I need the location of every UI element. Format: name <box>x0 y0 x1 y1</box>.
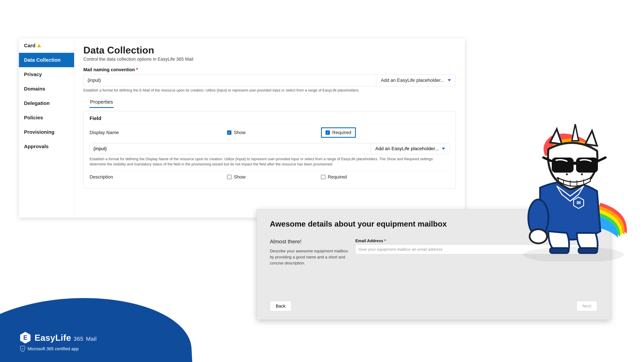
sidebar-item-label: Provisioning <box>24 129 54 135</box>
prop-row-display-name: Display Name ✓ Show ✓ Required <box>90 124 450 141</box>
svg-rect-4 <box>550 248 568 253</box>
description-required-checkbox[interactable] <box>321 175 325 179</box>
svg-point-13 <box>566 173 568 175</box>
sidebar-item-label: Approvals <box>24 144 49 149</box>
properties-card: Field Display Name ✓ Show ✓ Required Add… <box>83 111 456 189</box>
sidebar-item-policies[interactable]: Policies <box>19 110 74 125</box>
sidebar-item-approvals[interactable]: Approvals <box>19 139 74 154</box>
sidebar-item-data-collection[interactable]: Data Collection <box>19 53 74 67</box>
sidebar-item-card[interactable]: Card <box>19 38 74 53</box>
page-title: Data Collection <box>83 44 456 56</box>
back-button[interactable]: Back <box>270 301 291 311</box>
props-tabs: Properties <box>90 97 456 108</box>
admin-panel: Card Data Collection Privacy Domains Del… <box>19 38 465 218</box>
brand-hex-logo-icon: E <box>20 332 30 344</box>
display-name-required-highlight: ✓ Required <box>321 127 356 138</box>
props-header: Field <box>90 115 450 124</box>
brand-block: E EasyLife 365 Mail ✓ Microsoft 365 cert… <box>20 332 96 352</box>
sidebar-item-provisioning[interactable]: Provisioning <box>19 125 74 139</box>
sidebar-item-label: Card <box>24 43 36 48</box>
mail-naming-input[interactable] <box>84 75 376 86</box>
display-name-placeholder-dropdown[interactable]: Add an EasyLife placeholder... <box>371 143 450 154</box>
wizard-footer: Back Next <box>270 301 597 311</box>
chevron-down-icon <box>448 79 451 81</box>
unicorn-mascot-icon: ✉ <box>506 124 634 261</box>
mail-naming-input-row: Add an EasyLife placeholder... <box>83 74 456 86</box>
settings-main: Data Collection Control the data collect… <box>74 38 465 218</box>
prop-label: Description <box>90 174 227 180</box>
shield-check-icon: ✓ <box>20 346 25 352</box>
prop-label: Display Name <box>90 130 227 135</box>
sidebar-item-label: Data Collection <box>24 57 60 63</box>
sidebar-item-label: Policies <box>24 115 43 120</box>
svg-rect-5 <box>578 248 597 253</box>
svg-point-14 <box>581 173 583 175</box>
next-button[interactable]: Next <box>576 301 597 311</box>
warning-icon <box>37 44 41 47</box>
wizard-left-column: Almost there! Describe your awesome equi… <box>270 239 349 296</box>
display-name-format-row: Add an EasyLife placeholder... <box>90 143 450 154</box>
settings-sidebar: Card Data Collection Privacy Domains Del… <box>19 38 74 218</box>
sidebar-item-delegation[interactable]: Delegation <box>19 96 74 110</box>
display-name-format-input[interactable] <box>90 143 371 154</box>
cert-row: ✓ Microsoft 365 certified app <box>20 346 96 352</box>
sidebar-item-privacy[interactable]: Privacy <box>19 67 74 82</box>
brand-text: EasyLife 365 Mail <box>34 333 96 343</box>
wizard-left-body: Describe your awesome equipment mailbox … <box>270 248 349 266</box>
sidebar-item-label: Delegation <box>24 100 50 106</box>
svg-text:✉: ✉ <box>576 200 581 205</box>
description-show-checkbox[interactable] <box>227 175 232 179</box>
prop-row-description: Description Show Required <box>90 171 450 183</box>
svg-point-0 <box>523 247 624 261</box>
display-name-required-checkbox[interactable]: ✓ <box>326 130 330 135</box>
wizard-left-heading: Almost there! <box>270 239 349 245</box>
mail-naming-label: Mail naming convention * <box>83 67 456 72</box>
svg-rect-8 <box>573 162 576 165</box>
chevron-down-icon <box>442 148 445 150</box>
mail-naming-hint: Establish a format for defining the E-Ma… <box>83 88 456 93</box>
sidebar-item-label: Privacy <box>24 71 42 77</box>
sidebar-item-label: Domains <box>24 86 45 92</box>
mail-naming-placeholder-dropdown[interactable]: Add an EasyLife placeholder... <box>376 75 456 86</box>
page-subtitle: Control the data collection options in E… <box>83 57 456 62</box>
display-name-show-checkbox[interactable]: ✓ <box>227 130 232 135</box>
tab-properties[interactable]: Properties <box>90 97 114 108</box>
sidebar-item-domains[interactable]: Domains <box>19 82 74 96</box>
cert-text: Microsoft 365 certified app <box>28 346 79 352</box>
display-name-hint: Establish a format for defining the Disp… <box>90 157 450 167</box>
svg-point-15 <box>530 229 547 243</box>
